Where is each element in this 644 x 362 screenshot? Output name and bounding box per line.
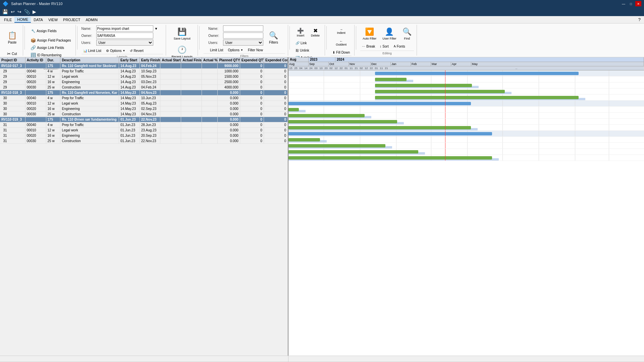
assign-fields-button[interactable]: 🔧 Assign Fields bbox=[29, 25, 59, 36]
layout-name-dropdown[interactable]: ▼ bbox=[155, 27, 158, 31]
cell-proj: 29 bbox=[0, 85, 25, 90]
table-row[interactable]: 29 00010 12 w Legal work 14.Aug.23 05.No… bbox=[0, 74, 288, 79]
unlink-button[interactable]: ⛓ Unlink bbox=[294, 47, 311, 54]
cell-act bbox=[25, 117, 46, 122]
save-layout-button[interactable]: 💾 Save Layout bbox=[171, 25, 193, 42]
col-header-early-start[interactable]: Early Start bbox=[119, 57, 140, 63]
table-row[interactable]: 31 00040 4 w Prep for Traffic 01.Jun.23 … bbox=[0, 122, 288, 128]
col-header-expended-qty[interactable]: Expended QTY bbox=[240, 57, 264, 63]
assign-link-fields-button[interactable]: 🔗 Assign Link Fields bbox=[29, 44, 66, 51]
col-header-actual-start[interactable]: Actual Start bbox=[160, 57, 181, 63]
horizontal-scrollbar[interactable] bbox=[0, 356, 644, 362]
undo-quick-button[interactable]: ↩ bbox=[10, 8, 16, 15]
cell-efinish: 04.Feb.24 bbox=[140, 85, 161, 90]
table-row[interactable]: 31 00030 25 w Construction 01.Jun.23 22.… bbox=[0, 138, 288, 144]
close-button[interactable]: ✕ bbox=[635, 1, 641, 6]
filter-owner-input[interactable] bbox=[223, 33, 263, 39]
userfilter-button[interactable]: 👤 User Filter bbox=[380, 25, 399, 42]
fill-down-button[interactable]: ⬇ Fill Down bbox=[331, 49, 352, 56]
link-button[interactable]: 🔗 Link bbox=[294, 40, 308, 46]
col-header-actual-finish[interactable]: Actual Finish bbox=[181, 57, 202, 63]
table-row[interactable]: 29 00030 25 w Construction 14.Aug.23 04.… bbox=[0, 85, 288, 90]
gantt-grid-line bbox=[609, 95, 609, 100]
cell-estart: 01.Jun.23 bbox=[119, 128, 140, 133]
assign-field-packages-button[interactable]: 📦 Assign Field Packages bbox=[29, 37, 72, 44]
table-row[interactable]: RV110 019_3 175 Rv. 110 Ørnen sør fundam… bbox=[0, 117, 288, 122]
table-row[interactable]: 29 00020 16 w Engineering 14.Aug.23 03.D… bbox=[0, 79, 288, 85]
indent-button[interactable]: → Indent bbox=[334, 25, 348, 37]
maximize-button[interactable]: □ bbox=[628, 1, 634, 6]
filter-options-button[interactable]: Options▼ bbox=[226, 47, 245, 53]
attach-quick-button[interactable]: 📎 bbox=[23, 8, 31, 15]
table-row[interactable]: 30 00010 12 w Legal work 14.May.23 05.Au… bbox=[0, 101, 288, 106]
help-button[interactable]: ? bbox=[636, 16, 643, 23]
col-header-planned-qty[interactable]: Planned QTY bbox=[218, 57, 240, 63]
col-header-early-finish[interactable]: Early Finish bbox=[140, 57, 161, 63]
table-row[interactable]: 29 00040 4 w Prep for Traffic 14.Aug.23 … bbox=[0, 69, 288, 74]
save-quick-button[interactable]: 💾 bbox=[1, 8, 9, 15]
col-header-project[interactable]: Project ID bbox=[0, 57, 25, 63]
filter-name-input[interactable] bbox=[223, 25, 263, 32]
fonts-button[interactable]: 𝐀 Fonts bbox=[392, 43, 407, 50]
insert-button[interactable]: ➕ Insert bbox=[294, 25, 307, 39]
cell-efinish: 23.Aug.23 bbox=[140, 128, 161, 133]
gantt-grid-line bbox=[467, 143, 468, 148]
filter-users-select[interactable]: User bbox=[223, 40, 263, 46]
find-button[interactable]: 🔍 Find bbox=[400, 25, 414, 42]
week-1: 15 bbox=[288, 66, 293, 70]
col-header-duration[interactable]: Dur. bbox=[46, 57, 61, 63]
autofilter-button[interactable]: 🔽 Auto Filter bbox=[360, 25, 379, 42]
table-row[interactable]: 30 00020 16 w Engineering 14.May.23 02.S… bbox=[0, 106, 288, 112]
cell-planqty: 0.000 bbox=[218, 106, 240, 111]
menu-data[interactable]: DATA bbox=[31, 17, 46, 22]
menu-project[interactable]: PROJECT bbox=[60, 17, 83, 22]
filter-limit-list-button[interactable]: Limit List bbox=[208, 47, 225, 53]
cell-astart bbox=[160, 90, 181, 95]
cell-pct bbox=[202, 90, 218, 95]
table-row[interactable]: 30 00040 4 w Prep for Traffic 14.May.23 … bbox=[0, 96, 288, 101]
cell-proj: 29 bbox=[0, 74, 25, 79]
table-row[interactable]: RV110 018_3 175 Rv. 110 Gangfelt ved Nor… bbox=[0, 90, 288, 96]
layout-users-select[interactable]: User bbox=[96, 40, 153, 46]
break-button[interactable]: ⋯ Break bbox=[360, 43, 377, 50]
cut-button[interactable]: ✂ Cut bbox=[5, 50, 19, 57]
cell-dur: 175 bbox=[46, 117, 61, 122]
col-header-pct[interactable]: Actual % bbox=[202, 57, 218, 63]
paste-button[interactable]: 📋 Paste bbox=[5, 25, 19, 50]
menu-admin[interactable]: ADMIN bbox=[83, 17, 100, 22]
cell-dur: 16 w bbox=[46, 106, 61, 111]
table-row[interactable]: 31 00010 12 w Legal work 01.Jun.23 23.Au… bbox=[0, 128, 288, 133]
cell-planqty: 0.000 bbox=[218, 101, 240, 106]
grid-hscroll[interactable] bbox=[0, 356, 288, 362]
filters-button[interactable]: 🔍 Filters bbox=[267, 25, 280, 50]
revert-button[interactable]: ↺ Revert bbox=[128, 47, 145, 54]
gantt-grid-line bbox=[502, 82, 503, 88]
table-row[interactable]: RV110 017_3 175 Rv. 110 Gangfelt nord fo… bbox=[0, 63, 288, 69]
limit-list-button[interactable]: 📊 Limit List bbox=[82, 47, 103, 54]
window-controls[interactable]: — □ ✕ bbox=[621, 1, 641, 6]
delete-button[interactable]: ✖ Delete bbox=[309, 25, 322, 39]
gantt-chart: Aug 2023 2024 Aug Sep Oct Nov Dec Jan Fe… bbox=[288, 57, 644, 356]
minimize-button[interactable]: — bbox=[621, 1, 627, 6]
col-header-expended-cost[interactable]: Expended Cost bbox=[264, 57, 288, 63]
run-quick-button[interactable]: ▶ bbox=[32, 8, 37, 15]
col-header-description[interactable]: Description bbox=[60, 57, 119, 63]
col-header-activity[interactable]: Activity ID bbox=[25, 57, 46, 63]
gantt-month-row: Aug Sep Oct Nov Dec Jan Feb Mar Apr May bbox=[288, 62, 644, 66]
filter-now-button[interactable]: Filter Now bbox=[246, 47, 265, 53]
menu-file[interactable]: FILE bbox=[1, 17, 14, 22]
table-row[interactable]: 31 00020 16 w Engineering 01.Jun.23 20.S… bbox=[0, 133, 288, 138]
menu-view[interactable]: VIEW bbox=[46, 17, 60, 22]
cell-pct bbox=[202, 96, 218, 101]
layout-owner-input[interactable] bbox=[96, 33, 153, 39]
menu-home[interactable]: HOME bbox=[14, 17, 31, 23]
layout-options-button[interactable]: ⚙ Options▼ bbox=[104, 47, 127, 54]
sort-button[interactable]: ↕ Sort bbox=[378, 43, 390, 50]
redo-quick-button[interactable]: ↪ bbox=[16, 8, 22, 15]
outdent-button[interactable]: ← Outdent bbox=[333, 37, 349, 48]
table-row[interactable]: 30 00030 25 w Construction 14.May.23 04.… bbox=[0, 112, 288, 117]
cell-dur: 16 w bbox=[46, 79, 61, 84]
gantt-hscroll[interactable] bbox=[288, 356, 644, 362]
layout-name-input[interactable] bbox=[96, 25, 153, 32]
app-title: Safran Planner - Master RV110 bbox=[11, 2, 62, 6]
